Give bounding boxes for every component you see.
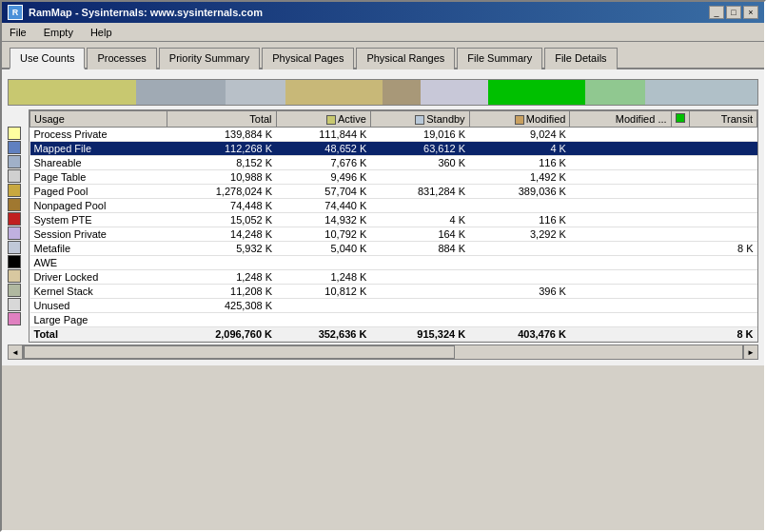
tab-file-details[interactable]: File Details [544, 48, 617, 69]
usage-label: Metafile [30, 242, 167, 256]
color-segment-9 [645, 80, 757, 105]
color-segment-2 [136, 80, 226, 105]
table-row[interactable]: Kernel Stack 11,208 K 10,812 K 396 K [30, 285, 757, 299]
table-row[interactable]: System PTE 15,052 K 14,932 K 4 K 116 K [30, 213, 757, 227]
usage-label: Mapped File [30, 142, 167, 156]
table-row[interactable]: Process Private 139,884 K 111,844 K 19,0… [30, 128, 757, 142]
usage-label: Kernel Stack [30, 285, 167, 299]
app-icon: R [8, 5, 23, 20]
close-button[interactable]: × [743, 6, 758, 19]
main-content: Usage Total Active Standby Modified Modi… [2, 69, 764, 365]
modified-value: 4 K [469, 142, 570, 156]
title-bar: R RamMap - Sysinternals: www.sysinternal… [2, 2, 764, 23]
standby-value: 63,612 K [370, 142, 469, 156]
table-row[interactable]: Paged Pool 1,278,024 K 57,704 K 831,284 … [30, 185, 757, 199]
window-controls: _ □ × [709, 6, 758, 19]
table-row[interactable]: Metafile 5,932 K 5,040 K 884 K 8 K [30, 242, 757, 256]
total-row: Total 2,096,760 K 352,636 K 915,324 K 40… [30, 327, 757, 342]
table-row[interactable]: Large Page [30, 313, 757, 327]
maximize-button[interactable]: □ [726, 6, 741, 19]
tab-processes[interactable]: Processes [87, 48, 156, 69]
usage-label: Large Page [30, 313, 167, 327]
usage-label: Nonpaged Pool [30, 199, 167, 213]
scroll-right-button[interactable]: ► [743, 345, 758, 360]
data-table: Usage Total Active Standby Modified Modi… [29, 109, 758, 343]
modified-value: 9,024 K [469, 128, 570, 142]
usage-label: Shareable [30, 156, 167, 170]
total-value: 139,884 K [167, 128, 276, 142]
color-segment-4 [285, 80, 383, 105]
table-row[interactable]: Nonpaged Pool 74,448 K 74,440 K [30, 199, 757, 213]
table-row[interactable]: Unused 425,308 K [30, 299, 757, 313]
table-row[interactable]: Shareable 8,152 K 7,676 K 360 K 116 K [30, 156, 757, 170]
menu-help[interactable]: Help [87, 26, 116, 39]
col-modified: Modified [469, 111, 570, 128]
scrollbar-track[interactable] [23, 345, 743, 360]
usage-label: AWE [30, 256, 167, 270]
active-value: 48,652 K [276, 142, 370, 156]
color-segment-6 [421, 80, 488, 105]
usage-label: Driver Locked [30, 270, 167, 285]
color-segment-1 [9, 80, 136, 105]
usage-label: Process Private [30, 128, 167, 142]
minimize-button[interactable]: _ [709, 6, 724, 19]
tab-priority-summary[interactable]: Priority Summary [159, 48, 260, 69]
tab-physical-ranges[interactable]: Physical Ranges [356, 48, 455, 69]
table-row[interactable]: AWE [30, 256, 757, 270]
col-modified2: Modified ... [570, 111, 671, 128]
col-active: Active [276, 111, 370, 128]
menu-bar: File Empty Help [2, 23, 764, 42]
scrollbar-thumb[interactable] [24, 345, 455, 359]
standby-value: 19,016 K [370, 128, 469, 142]
usage-label: Page Table [30, 170, 167, 185]
total-value: 112,268 K [167, 142, 276, 156]
usage-label: Paged Pool [30, 185, 167, 199]
color-segment-3 [226, 80, 285, 105]
usage-label: Total [30, 327, 167, 342]
usage-label: Session Private [30, 227, 167, 242]
table-row[interactable]: Page Table 10,988 K 9,496 K 1,492 K [30, 170, 757, 185]
col-usage: Usage [30, 111, 167, 128]
menu-empty[interactable]: Empty [40, 26, 77, 39]
tab-use-counts[interactable]: Use Counts [10, 48, 85, 69]
usage-label: Unused [30, 299, 167, 313]
content-area: Usage Total Active Standby Modified Modi… [8, 109, 758, 343]
color-bar [8, 79, 758, 106]
col-green [671, 111, 689, 128]
tab-file-summary[interactable]: File Summary [457, 48, 542, 69]
horizontal-scrollbar: ◄ ► [8, 345, 758, 360]
table-row[interactable]: Driver Locked 1,248 K 1,248 K [30, 270, 757, 285]
table-row[interactable]: Session Private 14,248 K 10,792 K 164 K … [30, 227, 757, 242]
menu-file[interactable]: File [6, 26, 30, 39]
usage-label: System PTE [30, 213, 167, 227]
tab-physical-pages[interactable]: Physical Pages [262, 48, 354, 69]
legend-sidebar [8, 109, 25, 343]
col-transit: Transit [689, 111, 756, 128]
active-value: 111,844 K [276, 128, 370, 142]
window-title: RamMap - Sysinternals: www.sysinternals.… [29, 7, 263, 18]
table-row[interactable]: Mapped File 112,268 K 48,652 K 63,612 K … [30, 142, 757, 156]
color-segment-5 [383, 80, 420, 105]
col-standby: Standby [370, 111, 469, 128]
scroll-left-button[interactable]: ◄ [8, 345, 23, 360]
color-segment-7 [488, 80, 585, 105]
col-total: Total [167, 111, 276, 128]
tab-strip: Use Counts Processes Priority Summary Ph… [2, 42, 764, 69]
color-segment-8 [585, 80, 645, 105]
